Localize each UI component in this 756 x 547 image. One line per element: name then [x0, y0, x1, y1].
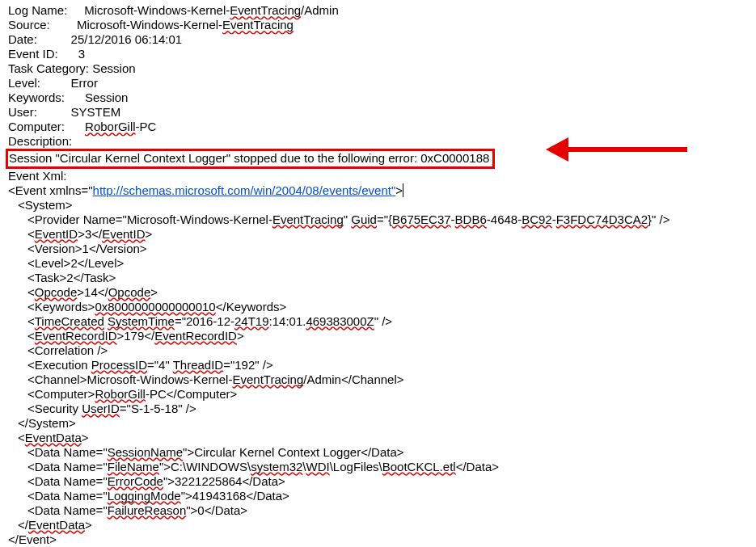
xml-security: <Security UserID="S-1-5-18" /> — [8, 402, 748, 416]
event-xml-label-row: Event Xml: — [8, 169, 748, 183]
xml-eventdata-close: </EventData> — [8, 518, 748, 532]
xml-event-open: <Event xmlns="http://schemas.microsoft.c… — [8, 183, 748, 198]
task-category-label: Task Category: — [8, 61, 89, 75]
xml-data-sessionname: <Data Name="SessionName">Circular Kernel… — [8, 445, 748, 460]
log-name-value-pre: Microsoft-Windows-Kernel- — [84, 3, 230, 17]
schema-link[interactable]: http://schemas.microsoft.com/win/2004/08… — [93, 183, 396, 197]
level-row: Level: Error — [8, 76, 748, 90]
xml-data-loggingmode: <Data Name="LoggingMode">41943168</Data> — [8, 489, 748, 503]
event-id-value: 3 — [78, 47, 85, 61]
xml-eventdata-open: <EventData> — [8, 431, 748, 445]
user-value: SYSTEM — [71, 105, 121, 119]
log-name-value-post: /Admin — [301, 3, 339, 17]
xml-event-id: <EventID>3</EventID> — [8, 227, 748, 242]
date-value: 25/12/2016 06:14:01 — [71, 32, 183, 46]
task-category-value: Session — [92, 61, 135, 75]
xml-opcode: <Opcode>14</Opcode> — [8, 285, 748, 300]
level-label: Level: — [8, 76, 40, 90]
source-value-pre: Microsoft-Windows-Kernel- — [77, 18, 222, 32]
xml-data-errorcode: <Data Name="ErrorCode">3221225864</Data> — [8, 474, 748, 489]
xml-system-open: <System> — [8, 198, 748, 212]
event-xml-label: Event Xml: — [8, 169, 67, 183]
xml-data-filename: <Data Name="FileName">C:\WINDOWS\system3… — [8, 460, 748, 474]
event-id-row: Event ID: 3 — [8, 47, 748, 61]
log-name-label: Log Name: — [8, 3, 67, 17]
highlight-row: Session "Circular Kernel Context Logger"… — [8, 149, 748, 169]
user-label: User: — [8, 105, 37, 119]
xml-data-failurereason: <Data Name="FailureReason">0</Data> — [8, 503, 748, 518]
log-name-value-squiggle: EventTracing — [230, 3, 301, 17]
xml-correlation: <Correlation /> — [8, 343, 748, 358]
source-label: Source: — [8, 18, 50, 32]
date-label: Date: — [8, 32, 37, 46]
xml-version: <Version>1</Version> — [8, 242, 748, 256]
red-arrow-annotation — [546, 137, 687, 162]
computer-value-post: -PC — [136, 120, 157, 133]
source-row: Source: Microsoft-Windows-Kernel-EventTr… — [8, 18, 748, 32]
keywords-label: Keywords: — [8, 90, 65, 104]
arrow-shaft — [566, 147, 687, 152]
task-category-row: Task Category: Session — [8, 61, 748, 76]
computer-row: Computer: RoborGill-PC — [8, 120, 748, 134]
xml-task: <Task>2</Task> — [8, 271, 748, 285]
xml-level: <Level>2</Level> — [8, 256, 748, 271]
xml-keywords: <Keywords>0x8000000000000010</Keywords> — [8, 300, 748, 314]
error-message: Session "Circular Kernel Context Logger"… — [9, 151, 489, 165]
log-name-row: Log Name: Microsoft-Windows-Kernel-Event… — [8, 3, 748, 18]
error-highlight-box: Session "Circular Kernel Context Logger"… — [6, 149, 495, 169]
description-label: Description: — [8, 134, 72, 148]
keywords-row: Keywords: Session — [8, 90, 748, 105]
xml-time-created: <TimeCreated SystemTime="2016-12-24T19:1… — [8, 314, 748, 329]
keywords-value: Session — [85, 90, 128, 104]
xml-computer: <Computer>RoborGill-PC</Computer> — [8, 387, 748, 402]
xml-system-close: </System> — [8, 416, 748, 431]
computer-label: Computer: — [8, 120, 65, 133]
xml-event-close: </Event> — [8, 532, 748, 547]
xml-channel: <Channel>Microsoft-Windows-Kernel-EventT… — [8, 372, 748, 387]
xml-event-record-id: <EventRecordID>179</EventRecordID> — [8, 329, 748, 343]
date-row: Date: 25/12/2016 06:14:01 — [8, 32, 748, 47]
xml-execution: <Execution ProcessID="4" ThreadID="192" … — [8, 358, 748, 372]
arrow-left-icon — [546, 137, 568, 162]
user-row: User: SYSTEM — [8, 105, 748, 120]
computer-value-squiggle: RoborGill — [85, 120, 136, 133]
event-log-text: Log Name: Microsoft-Windows-Kernel-Event… — [0, 0, 756, 547]
source-value-squiggle: EventTracing — [222, 18, 294, 32]
event-id-label: Event ID: — [8, 47, 58, 61]
level-value: Error — [71, 76, 98, 90]
xml-provider: <Provider Name="Microsoft-Windows-Kernel… — [8, 212, 748, 227]
